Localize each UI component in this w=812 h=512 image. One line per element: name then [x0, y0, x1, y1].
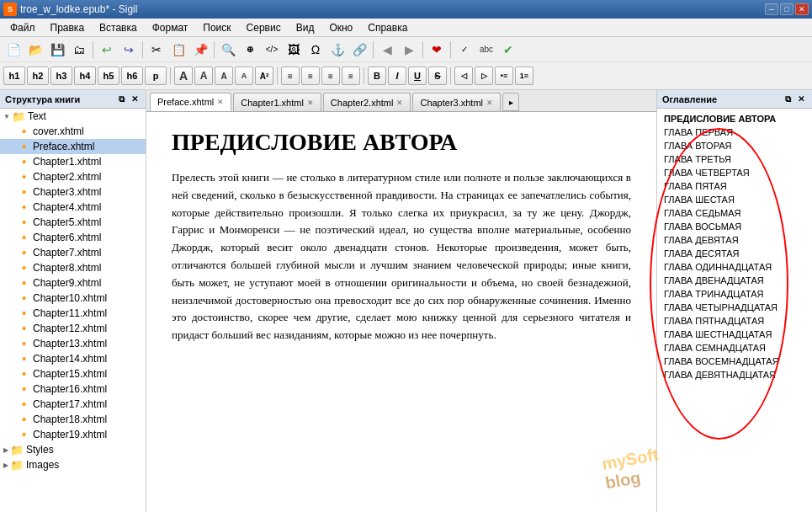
- tree-item-ch8[interactable]: 🔸 Chapter8.xhtml: [0, 260, 146, 275]
- tree-item-text-folder[interactable]: ▼ 📁 Text: [0, 109, 146, 124]
- paste-button[interactable]: 📌: [190, 40, 210, 60]
- toc-item-ch2[interactable]: ГЛАВА ВТОРАЯ: [657, 139, 812, 152]
- special-char-button[interactable]: Ω: [305, 40, 326, 60]
- strikethrough-button[interactable]: S: [428, 67, 447, 85]
- tree-item-ch5[interactable]: 🔸 Chapter5.xhtml: [0, 215, 146, 230]
- font-superscript-button[interactable]: A²: [255, 67, 273, 85]
- tab-chapter2[interactable]: Chapter2.xhtml ✕: [323, 93, 411, 111]
- tree-item-ch3[interactable]: 🔸 Chapter3.xhtml: [0, 184, 146, 200]
- tree-item-ch1[interactable]: 🔸 Chapter1.xhtml: [0, 154, 146, 169]
- menu-format[interactable]: Формат: [146, 20, 195, 35]
- toc-item-ch1[interactable]: ГЛАВА ПЕРВАЯ: [657, 125, 812, 139]
- align-center-button[interactable]: ≡: [301, 67, 320, 85]
- font-medium-button[interactable]: A: [194, 67, 213, 85]
- bullet-list-button[interactable]: •≡: [495, 67, 513, 85]
- tree-item-images-folder[interactable]: ▶ 📁 Images: [0, 457, 146, 472]
- toc-item-ch18[interactable]: ГЛАВА ВОСЕМНАДЦАТАЯ: [657, 355, 812, 368]
- toc-item-ch8[interactable]: ГЛАВА ВОСЬМАЯ: [657, 220, 812, 233]
- tree-item-cover[interactable]: 🔸 cover.xhtml: [0, 124, 146, 139]
- tab-chapter2-close[interactable]: ✕: [396, 99, 403, 107]
- redo-button[interactable]: ↪: [119, 40, 139, 60]
- menu-view[interactable]: Вид: [289, 20, 321, 35]
- font-large-button[interactable]: A: [174, 67, 193, 85]
- spellcheck-ok-button[interactable]: ✔: [498, 40, 518, 60]
- align-justify-button[interactable]: ≡: [342, 67, 360, 85]
- image-button[interactable]: 🖼: [284, 40, 304, 60]
- toc-item-ch3[interactable]: ГЛАВА ТРЕТЬЯ: [657, 152, 812, 166]
- align-right-button[interactable]: ≡: [321, 67, 340, 85]
- tab-preface-close[interactable]: ✕: [217, 98, 224, 106]
- back-button[interactable]: ◀: [377, 40, 397, 60]
- link-button[interactable]: 🔗: [349, 40, 369, 60]
- toc-item-ch10[interactable]: ГЛАВА ДЕСЯТАЯ: [657, 247, 812, 260]
- tree-item-ch10[interactable]: 🔸 Chapter10.xhtml: [0, 291, 146, 306]
- tab-chapter1-close[interactable]: ✕: [307, 99, 314, 107]
- tree-item-ch2[interactable]: 🔸 Chapter2.xhtml: [0, 169, 146, 184]
- spellcheck-button[interactable]: abc: [476, 40, 496, 60]
- outdent-button[interactable]: ◁: [454, 67, 473, 85]
- toc-item-ch13[interactable]: ГЛАВА ТРИНАДЦАТАЯ: [657, 287, 812, 301]
- numbered-list-button[interactable]: 1≡: [515, 67, 533, 85]
- toc-item-ch12[interactable]: ГЛАВА ДВЕНАДЦАТАЯ: [657, 274, 812, 287]
- tab-preface[interactable]: Preface.xhtml ✕: [150, 93, 231, 111]
- close-button[interactable]: ✕: [795, 3, 809, 15]
- heading-h6-button[interactable]: h6: [121, 67, 143, 85]
- tab-chapter3-close[interactable]: ✕: [486, 99, 493, 107]
- tree-item-ch14[interactable]: 🔸 Chapter14.xhtml: [0, 351, 146, 366]
- tab-chapter1[interactable]: Chapter1.xhtml ✕: [233, 93, 321, 111]
- tree-item-ch19[interactable]: 🔸 Chapter19.xhtml: [0, 427, 146, 442]
- heading-h1-button[interactable]: h1: [3, 67, 25, 85]
- toc-item-ch11[interactable]: ГЛАВА ОДИННАДЦАТАЯ: [657, 260, 812, 274]
- menu-window[interactable]: Окно: [322, 20, 359, 35]
- toc-item-ch6[interactable]: ГЛАВА ШЕСТАЯ: [657, 193, 812, 206]
- toc-item-ch14[interactable]: ГЛАВА ЧЕТЫРНАДЦАТАЯ: [657, 301, 812, 314]
- menu-edit[interactable]: Правка: [44, 20, 92, 35]
- validate-button[interactable]: ✓: [454, 40, 475, 60]
- tree-item-ch17[interactable]: 🔸 Chapter17.xhtml: [0, 397, 146, 412]
- toc-item-preface[interactable]: ПРЕДИСЛОВИЕ АВТОРА: [657, 112, 812, 125]
- anchor-button[interactable]: ⚓: [327, 40, 348, 60]
- tree-item-preface[interactable]: 🔸 Preface.xhtml: [0, 139, 146, 154]
- tree-item-ch11[interactable]: 🔸 Chapter11.xhtml: [0, 306, 146, 321]
- save-all-button[interactable]: 🗂: [69, 40, 89, 60]
- toc-item-ch15[interactable]: ГЛАВА ПЯТНАДЦАТАЯ: [657, 314, 812, 328]
- cut-button[interactable]: ✂: [146, 40, 167, 60]
- open-button[interactable]: 📂: [25, 40, 45, 60]
- font-xsmall-button[interactable]: A: [235, 67, 253, 85]
- toc-item-ch16[interactable]: ГЛАВА ШЕСТНАДЦАТАЯ: [657, 328, 812, 341]
- toc-editor-button[interactable]: </>: [262, 40, 282, 60]
- heading-h2-button[interactable]: h2: [27, 67, 49, 85]
- toc-item-ch5[interactable]: ГЛАВА ПЯТАЯ: [657, 179, 812, 193]
- heading-h3-button[interactable]: h3: [50, 67, 72, 85]
- tree-item-ch16[interactable]: 🔸 Chapter16.xhtml: [0, 381, 146, 397]
- underline-button[interactable]: U: [408, 67, 427, 85]
- font-small-button[interactable]: A: [215, 67, 233, 85]
- toc-item-ch7[interactable]: ГЛАВА СЕДЬМАЯ: [657, 206, 812, 220]
- menu-search[interactable]: Поиск: [196, 20, 237, 35]
- toc-item-ch17[interactable]: ГЛАВА СЕМНАДЦАТАЯ: [657, 341, 812, 355]
- undo-button[interactable]: ↩: [97, 40, 117, 60]
- menu-insert[interactable]: Вставка: [93, 20, 144, 35]
- tree-item-ch7[interactable]: 🔸 Chapter7.xhtml: [0, 245, 146, 260]
- right-panel-float-button[interactable]: ⧉: [782, 93, 793, 105]
- tree-item-styles-folder[interactable]: ▶ 📁 Styles: [0, 442, 146, 457]
- toc-item-ch19[interactable]: ГЛАВА ДЕВЯТНАДЦАТАЯ: [657, 368, 812, 381]
- indent-button[interactable]: ▷: [475, 67, 493, 85]
- heading-h5-button[interactable]: h5: [98, 67, 119, 85]
- italic-button[interactable]: I: [388, 67, 406, 85]
- tree-item-ch18[interactable]: 🔸 Chapter18.xhtml: [0, 412, 146, 427]
- save-button[interactable]: 💾: [47, 40, 67, 60]
- meta-button[interactable]: ⊕: [240, 40, 260, 60]
- new-button[interactable]: 📄: [3, 40, 24, 60]
- menu-service[interactable]: Сервис: [240, 20, 288, 35]
- menu-file[interactable]: Файл: [3, 20, 42, 35]
- copy-button[interactable]: 📋: [168, 40, 188, 60]
- tree-item-ch12[interactable]: 🔸 Chapter12.xhtml: [0, 321, 146, 336]
- left-panel-float-button[interactable]: ⧉: [115, 93, 127, 105]
- toc-item-ch4[interactable]: ГЛАВА ЧЕТВЕРТАЯ: [657, 166, 812, 179]
- paragraph-button[interactable]: p: [145, 67, 167, 85]
- tree-item-ch4[interactable]: 🔸 Chapter4.xhtml: [0, 200, 146, 215]
- align-left-button[interactable]: ≡: [281, 67, 300, 85]
- toc-item-ch9[interactable]: ГЛАВА ДЕВЯТАЯ: [657, 233, 812, 247]
- maximize-button[interactable]: □: [780, 3, 793, 15]
